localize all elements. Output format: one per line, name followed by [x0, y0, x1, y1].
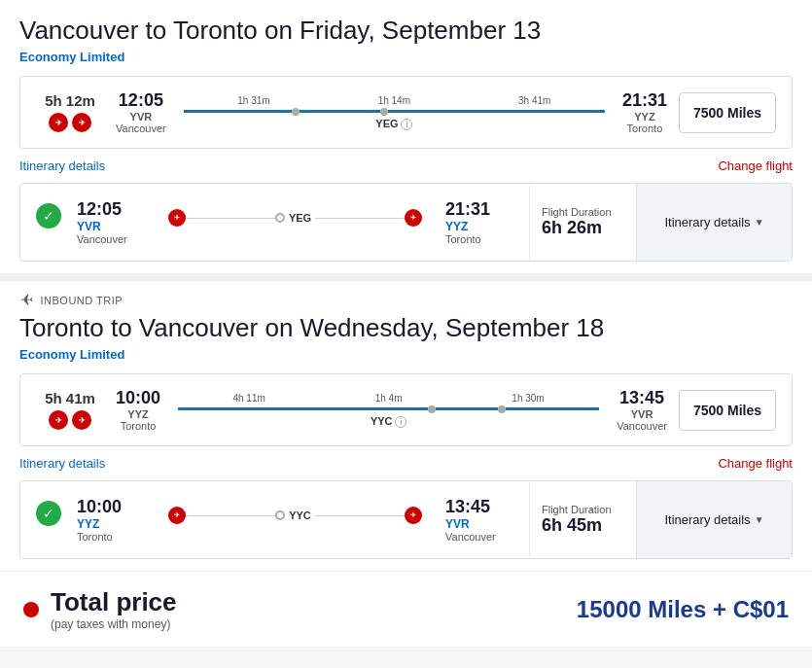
inbound-title: Toronto to Vancouver on Wednesday, Septe…: [19, 313, 793, 343]
inbound-air-canada-logo-1: ✈: [49, 410, 68, 430]
outbound-line-seg1: [184, 110, 292, 113]
inbound-itinerary-expanded: ✓ 10:00 YYZ Toronto ✈ YYC ✈ 13:45 YVR Va…: [19, 480, 793, 559]
outbound-stop-info-icon[interactable]: i: [401, 119, 412, 130]
inbound-flight-duration-box: Flight Duration 6h 45m: [529, 481, 636, 558]
outbound-total-duration: 5h 12m ✈ ✈: [36, 92, 104, 132]
inbound-stop-dot: [428, 405, 436, 413]
outbound-stop-info: YEG i: [375, 118, 412, 130]
outbound-line-seg3: [388, 110, 604, 113]
inbound-stop-info-icon[interactable]: i: [395, 416, 406, 428]
air-canada-logo-2: ✈: [72, 113, 91, 132]
inbound-trip-type: INBOUND TRIP: [41, 295, 124, 306]
inbound-trip-label: ✈ INBOUND TRIP: [19, 291, 793, 309]
total-price-bar: Total price (pay taxes with money) 15000…: [0, 571, 812, 647]
inbound-line-seg2: [436, 407, 498, 410]
outbound-itin-line-right: [315, 218, 405, 219]
inbound-itinerary-link[interactable]: Itinerary details: [19, 456, 105, 471]
total-pay-taxes: (pay taxes with money): [51, 617, 177, 631]
inbound-plane-icon: ✈: [19, 291, 33, 309]
inbound-itin-stop-circle: [275, 510, 285, 520]
inbound-itinerary-details-btn[interactable]: Itinerary details ▼: [664, 512, 763, 527]
total-price-value: 15000 Miles + C$01: [577, 596, 789, 623]
outbound-itin-airline-dot: ✈: [168, 209, 186, 227]
outbound-itin-stop-code: YEG: [289, 212, 311, 224]
outbound-stop-dot2: [380, 108, 388, 116]
inbound-section: ✈ INBOUND TRIP Toronto to Vancouver on W…: [0, 281, 812, 446]
outbound-itin-details-label: Itinerary details: [664, 215, 750, 229]
outbound-itin-stop-circle: [275, 213, 285, 223]
inbound-change-flight[interactable]: Change flight: [718, 456, 793, 471]
outbound-change-flight[interactable]: Change flight: [718, 158, 793, 173]
outbound-miles-button[interactable]: 7500 Miles: [679, 92, 776, 133]
inbound-stop-info: YYC i: [371, 415, 406, 428]
inbound-route-line: 4h 11m 1h 4m 1h 30m YYC i: [172, 393, 605, 428]
outbound-itin-departure: 12:05 YVR Vancouver: [77, 199, 145, 245]
outbound-itin-left: ✓ 12:05 YVR Vancouver ✈ YEG ✈ 21:31 YYZ …: [20, 184, 529, 261]
inbound-chevron-icon: ▼: [755, 514, 764, 525]
inbound-itin-airline-dot2: ✈: [405, 507, 422, 524]
inbound-route-wrapper: [178, 405, 599, 413]
inbound-itin-line-right: [315, 515, 405, 516]
total-price-red-dot: [23, 602, 39, 617]
outbound-itinerary-expanded: ✓ 12:05 YVR Vancouver ✈ YEG ✈ 21:31 YYZ …: [19, 183, 793, 262]
inbound-air-canada-logo-2: ✈: [72, 410, 91, 430]
inbound-itinerary-right[interactable]: Itinerary details ▼: [636, 481, 792, 558]
inbound-itin-arrival: 13:45 YVR Vancouver: [445, 497, 513, 543]
inbound-stop-dot2: [498, 405, 506, 413]
outbound-airline-icons: ✈ ✈: [36, 113, 104, 132]
outbound-flight-card: 5h 12m ✈ ✈ 12:05 YVR Vancouver 1h 31m 1h…: [19, 76, 793, 149]
inbound-line-seg1: [178, 407, 428, 410]
outbound-itinerary-right[interactable]: Itinerary details ▼: [636, 184, 792, 261]
outbound-title: Vancouver to Toronto on Friday, Septembe…: [19, 16, 793, 46]
outbound-itin-airline-dot2: ✈: [405, 209, 422, 227]
inbound-arrival: 13:45 YVR Vancouver: [617, 388, 667, 432]
total-price-left: Total price (pay taxes with money): [23, 587, 177, 631]
outbound-section: Vancouver to Toronto on Friday, Septembe…: [0, 0, 812, 149]
inbound-itin-line: ✈ YYC ✈: [160, 507, 430, 524]
outbound-itin-line: ✈ YEG ✈: [160, 209, 430, 227]
inbound-itin-airline-dot: ✈: [168, 507, 186, 524]
inbound-itin-stop-code: YYC: [289, 510, 311, 521]
outbound-line-seg2: [300, 110, 380, 113]
outbound-itinerary-details-btn[interactable]: Itinerary details ▼: [664, 215, 763, 229]
inbound-itinerary-row: Itinerary details Change flight: [0, 446, 812, 480]
outbound-itinerary-row: Itinerary details Change flight: [0, 149, 812, 183]
outbound-itinerary-link[interactable]: Itinerary details: [19, 158, 105, 173]
inbound-airline-icons: ✈ ✈: [36, 410, 104, 430]
inbound-departure: 10:00 YYZ Toronto: [116, 388, 160, 432]
inbound-miles-button[interactable]: 7500 Miles: [679, 390, 776, 431]
air-canada-logo-1: ✈: [49, 113, 68, 132]
total-price-text: Total price (pay taxes with money): [51, 587, 177, 631]
section-divider: [0, 273, 812, 281]
inbound-itin-departure: 10:00 YYZ Toronto: [77, 497, 145, 543]
inbound-itin-line-left: [186, 515, 275, 516]
outbound-itin-arrival: 21:31 YYZ Toronto: [445, 199, 513, 245]
inbound-total-duration: 5h 41m ✈ ✈: [36, 390, 104, 430]
outbound-arrival: 21:31 YYZ Toronto: [622, 90, 667, 134]
inbound-segment-labels: 4h 11m 1h 4m 1h 30m: [178, 393, 599, 404]
outbound-check-circle: ✓: [36, 203, 61, 229]
main-container: Vancouver to Toronto on Friday, Septembe…: [0, 0, 812, 647]
outbound-fare-class: Economy Limited: [19, 50, 793, 64]
outbound-route-wrapper: [184, 108, 605, 116]
outbound-chevron-icon: ▼: [755, 217, 764, 228]
outbound-route-line: 1h 31m 1h 14m 3h 41m YEG i: [178, 95, 611, 130]
inbound-flight-card: 5h 41m ✈ ✈ 10:00 YYZ Toronto 4h 11m 1h 4…: [19, 373, 793, 446]
outbound-segment-labels: 1h 31m 1h 14m 3h 41m: [184, 95, 605, 106]
inbound-line-seg3: [506, 407, 599, 410]
inbound-itin-left: ✓ 10:00 YYZ Toronto ✈ YYC ✈ 13:45 YVR Va…: [20, 481, 529, 558]
total-label: Total price: [51, 587, 177, 617]
outbound-departure: 12:05 YVR Vancouver: [116, 90, 166, 134]
inbound-check-circle: ✓: [36, 501, 61, 526]
inbound-itin-details-label: Itinerary details: [664, 512, 750, 527]
outbound-flight-duration-box: Flight Duration 6h 26m: [529, 184, 636, 261]
outbound-itin-line-left: [186, 218, 275, 219]
inbound-fare-class: Economy Limited: [19, 347, 793, 362]
outbound-stop-dot: [292, 108, 300, 116]
